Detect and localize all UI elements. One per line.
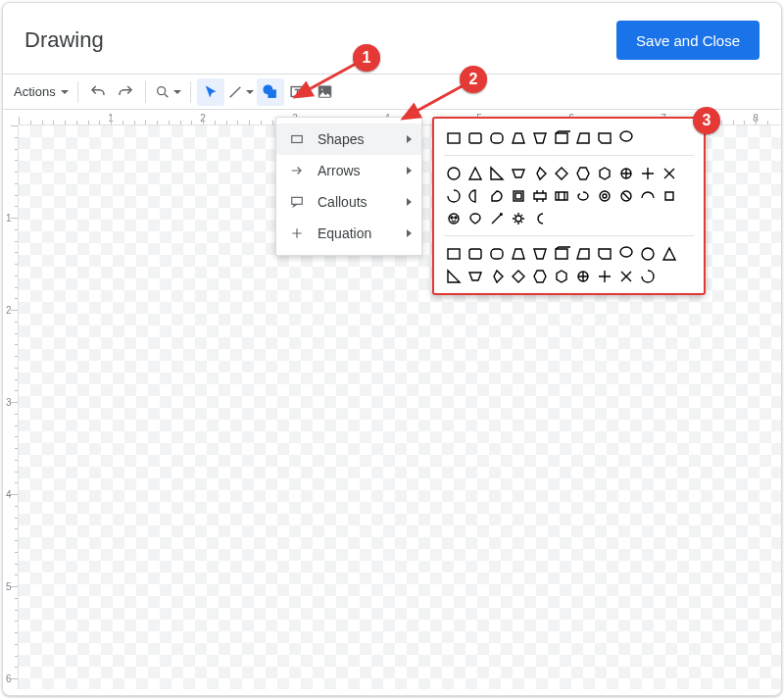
shape-option[interactable] [552,128,570,147]
ruler-tick [191,121,192,125]
shape-option[interactable] [530,267,549,285]
shape-option[interactable] [487,164,506,182]
svg-point-0 [157,86,165,94]
line-tool-button[interactable] [224,78,257,106]
select-tool-button[interactable] [197,78,224,106]
menu-item-callouts[interactable]: Callouts [276,186,421,218]
menu-item-label: Callouts [318,194,368,210]
shape-option[interactable] [487,267,506,285]
drawing-dialog: Drawing Save and Close Actions [2,2,782,696]
shape-option[interactable] [595,267,613,285]
shape-option[interactable] [660,164,678,182]
chevron-down-icon [173,90,181,94]
shape-option[interactable] [660,244,678,263]
shape-option[interactable] [509,267,527,285]
ruler-tick [42,121,43,125]
svg-line-2 [229,86,240,97]
cursor-icon [203,84,219,100]
shape-option[interactable] [573,267,592,285]
shape-option[interactable] [530,244,549,263]
shape-option[interactable] [487,186,506,205]
menu-item-shapes[interactable]: Shapes [276,124,421,155]
ruler-tick [203,117,204,125]
actions-menu-button[interactable]: Actions [11,78,72,106]
shape-option[interactable] [573,164,592,182]
shape-option[interactable] [573,244,592,263]
shape-option[interactable] [444,267,463,285]
shape-option[interactable] [509,186,527,205]
shape-option[interactable] [552,186,570,205]
save-and-close-button[interactable]: Save and Close [616,21,760,60]
image-icon [317,83,333,100]
menu-item-equation[interactable]: Equation [276,218,421,249]
shape-option[interactable] [444,244,463,263]
shape-option[interactable] [616,244,635,263]
shape-option[interactable] [466,128,484,147]
shape-option[interactable] [444,186,463,205]
shape-option[interactable] [638,164,657,182]
shape-tool-button[interactable] [257,78,284,106]
shape-option[interactable] [552,267,570,285]
shape-option[interactable] [638,244,657,263]
shape-option[interactable] [466,209,484,227]
shape-option[interactable] [530,164,549,182]
shape-dropdown-menu: Shapes Arrows Callouts Equation [275,117,422,256]
shape-option[interactable] [444,209,463,227]
ruler-tick [169,121,170,125]
shape-option[interactable] [573,128,592,147]
shape-option[interactable] [616,164,635,182]
shape-option[interactable] [595,244,613,263]
svg-rect-23 [448,249,460,259]
shape-option[interactable] [595,186,613,205]
shape-option[interactable] [509,209,527,227]
shape-option[interactable] [573,186,592,205]
shape-option[interactable] [660,186,678,205]
chevron-right-icon [407,135,412,143]
shape-option[interactable] [444,164,463,182]
ruler-tick [11,125,19,126]
shape-option[interactable] [530,186,549,205]
shape-option[interactable] [595,128,613,147]
shape-option[interactable] [616,267,635,285]
shape-option[interactable] [487,244,506,263]
palette-group-basic-rects [444,128,694,147]
shape-option[interactable] [444,128,463,147]
svg-point-22 [515,216,521,222]
svg-point-17 [603,194,607,198]
ruler-tick [53,121,54,125]
shape-option[interactable] [509,128,527,147]
textbox-tool-button[interactable] [284,78,312,106]
shape-option[interactable] [466,267,484,285]
shape-option[interactable] [530,128,549,147]
zoom-button[interactable] [152,78,184,106]
line-icon [227,84,243,100]
shape-option[interactable] [530,209,549,227]
svg-point-20 [451,217,453,219]
undo-button[interactable] [84,78,112,106]
ruler-tick [30,121,31,125]
ruler-tick [11,218,19,219]
svg-rect-4 [269,90,275,97]
shape-option[interactable] [466,186,484,205]
shape-option[interactable] [552,244,570,263]
ruler-tick [122,121,123,125]
ruler-tick [756,117,757,125]
redo-button[interactable] [112,78,139,106]
shape-option[interactable] [487,128,506,147]
shape-option[interactable] [616,128,635,147]
shape-option[interactable] [616,186,635,205]
shape-option[interactable] [595,164,613,182]
speech-bubble-icon [288,195,306,209]
shape-option[interactable] [552,164,570,182]
menu-item-arrows[interactable]: Arrows [276,155,421,186]
shape-option[interactable] [466,244,484,263]
actions-label: Actions [14,84,56,99]
vertical-ruler: 1 2 3 4 5 6 [3,125,19,689]
shape-option[interactable] [509,164,527,182]
shape-option[interactable] [638,186,657,205]
image-tool-button[interactable] [312,78,339,106]
shape-option[interactable] [466,164,484,182]
shape-option[interactable] [638,267,657,285]
shape-option[interactable] [487,209,506,227]
shape-option[interactable] [509,244,527,263]
